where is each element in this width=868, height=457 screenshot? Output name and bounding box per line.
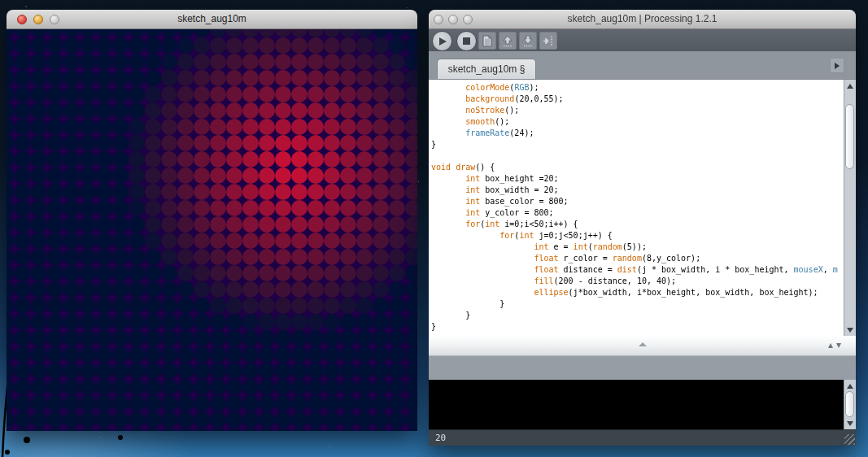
tab-label: sketch_aug10m § (448, 63, 526, 75)
ide-titlebar[interactable]: sketch_aug10m | Processing 1.2.1 (429, 10, 856, 29)
message-area (429, 356, 856, 380)
scroll-up-button[interactable] (844, 81, 856, 91)
sketch-window-title: sketch_aug10m (7, 13, 417, 24)
sketch-output-window: sketch_aug10m (7, 10, 417, 431)
console-scrollbar[interactable] (844, 380, 856, 429)
splitter-down-icon (836, 343, 841, 348)
code-lines: colorMode(RGB); background(20,0,55); noS… (429, 80, 844, 336)
new-button[interactable] (478, 32, 496, 50)
collapse-handle-icon (639, 342, 647, 346)
right-arrow-icon (835, 63, 840, 69)
scroll-down-button[interactable] (844, 324, 856, 335)
export-button[interactable] (539, 32, 557, 50)
tab-bar: sketch_aug10m § (429, 51, 856, 79)
down-arrow-icon (847, 421, 853, 426)
sketch-canvas (7, 29, 417, 431)
console (429, 380, 856, 429)
save-button[interactable] (519, 32, 537, 50)
up-arrow-icon (847, 384, 853, 389)
open-button[interactable] (499, 32, 517, 50)
stop-button[interactable] (456, 31, 477, 51)
console-scroll-up-button[interactable] (844, 381, 856, 391)
scroll-thumb[interactable] (845, 104, 854, 169)
console-output (429, 380, 844, 429)
processing-ide-window: sketch_aug10m | Processing 1.2.1 sketch_… (429, 10, 856, 446)
new-sketch-icon (482, 35, 493, 47)
up-arrow-icon (847, 84, 853, 89)
sketch-window-titlebar[interactable]: sketch_aug10m (7, 10, 417, 29)
splitter-arrows (828, 343, 841, 348)
play-icon (439, 37, 447, 46)
run-button[interactable] (432, 31, 452, 51)
tab-sketch_aug10m[interactable]: sketch_aug10m § (437, 59, 536, 79)
console-scroll-thumb[interactable] (845, 391, 854, 417)
resize-grip[interactable] (844, 434, 855, 445)
toolbar (429, 29, 856, 51)
console-splitter[interactable] (429, 336, 856, 356)
code-scrollbar[interactable] (844, 80, 856, 336)
status-bar: 20 (429, 429, 856, 446)
stop-icon (463, 37, 470, 45)
ide-window-title: sketch_aug10m | Processing 1.2.1 (429, 13, 856, 24)
code-editor[interactable]: colorMode(RGB); background(20,0,55); noS… (429, 79, 856, 336)
tab-menu-button[interactable] (830, 58, 844, 73)
export-icon (543, 35, 555, 47)
splitter-up-icon (828, 343, 833, 348)
down-arrow-icon (847, 328, 853, 333)
save-icon (522, 35, 534, 47)
desktop: sketch_aug10m sketch_aug10m | Processing… (0, 0, 868, 457)
open-icon (502, 35, 513, 47)
status-line-number: 20 (435, 433, 446, 443)
console-scroll-down-button[interactable] (844, 418, 856, 429)
